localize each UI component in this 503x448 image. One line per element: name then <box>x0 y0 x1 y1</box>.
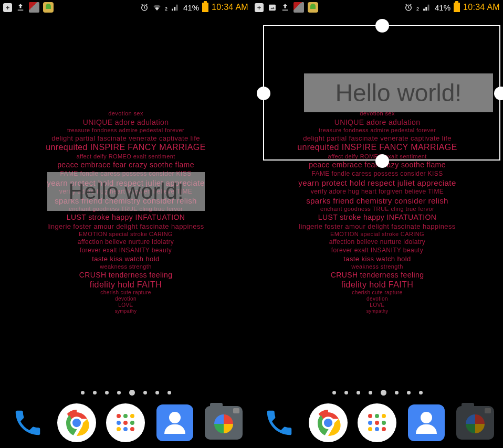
heart-word-line: enchant goodness TRUE cling true fervor <box>320 206 434 212</box>
heart-word-line: devotion sex <box>108 110 143 116</box>
heart-word-line: CRUSH tenderness feeling <box>331 271 424 279</box>
page-dot[interactable] <box>93 391 97 394</box>
heart-word-line: affection believe nurture idolatry <box>78 238 174 246</box>
resize-handle-left[interactable] <box>257 87 270 100</box>
page-dot[interactable] <box>407 391 411 394</box>
plus-icon: + <box>3 3 12 12</box>
heart-word-line: sympathy <box>115 308 137 314</box>
battery-icon <box>454 3 460 12</box>
page-dot[interactable] <box>143 391 147 394</box>
upload-icon <box>16 3 25 12</box>
heart-word-line: CRUSH tenderness feeling <box>79 271 173 279</box>
sim-label: 2 <box>416 6 419 12</box>
contacts-app-icon[interactable] <box>407 403 446 442</box>
page-dot[interactable] <box>332 391 336 394</box>
phone-screen-right: + 2 41% 10:34 AM <box>252 0 503 448</box>
battery-icon <box>202 3 208 12</box>
camera-app-icon[interactable] <box>456 403 495 442</box>
page-dot[interactable] <box>369 391 372 394</box>
heart-word-line: unrequited INSPIRE FANCY MARRIAGE <box>46 143 206 152</box>
status-left: + <box>3 2 54 13</box>
chrome-app-icon[interactable] <box>57 403 96 442</box>
heart-word-line: cherish cute rapture <box>352 290 402 295</box>
heart-word-line: lingerie foster amour delight fascinate … <box>47 222 204 230</box>
page-dot[interactable] <box>357 391 360 394</box>
heart-word-line: peace embrace fear crazy soothe flame <box>57 161 194 169</box>
heart-word-line: devotion <box>366 296 388 302</box>
app-thumb-icon <box>43 2 54 13</box>
dock <box>0 400 252 446</box>
heart-word-line: sympathy <box>366 308 389 314</box>
status-bar: + 2 41% 10:34 AM <box>0 0 252 15</box>
page-dot[interactable] <box>344 391 348 394</box>
clock-time: 10:34 AM <box>463 3 500 12</box>
heart-word-line: LOVE <box>370 302 384 308</box>
app-drawer-icon[interactable] <box>358 403 396 442</box>
page-dot[interactable] <box>155 391 159 394</box>
chrome-app-icon[interactable] <box>309 403 348 442</box>
sim-label: 2 <box>165 6 167 12</box>
contacts-app-icon[interactable] <box>155 403 194 442</box>
heart-word-line: sparks friend chemistry consider relish <box>306 196 448 205</box>
app-thumb-icon <box>294 2 304 13</box>
heart-word-line: cherish cute rapture <box>100 290 151 295</box>
phone-screen-left: + 2 41% 10:34 AM <box>0 0 252 448</box>
hello-world-widget[interactable]: Hello world! <box>47 172 205 211</box>
phone-app-icon[interactable] <box>260 403 299 442</box>
phone-app-icon[interactable] <box>8 403 47 442</box>
resize-handle-bottom[interactable] <box>375 154 389 168</box>
page-dot[interactable] <box>117 391 121 394</box>
hello-world-widget[interactable]: Hello world! <box>304 73 493 112</box>
heart-word-line: delight partial fascinate venerate capti… <box>51 134 200 142</box>
heart-word-line: FAME fondle caress possess consider KISS <box>311 170 443 177</box>
heart-word-line: UNIQUE adore adulation <box>83 118 169 126</box>
resize-handle-top[interactable] <box>375 19 389 33</box>
page-dot[interactable] <box>167 391 171 394</box>
alarm-icon <box>140 3 149 12</box>
page-dot[interactable] <box>105 391 109 394</box>
heart-word-line: weakness strength <box>351 263 403 270</box>
app-thumb-icon <box>308 2 318 13</box>
heart-word-line: forever exalt INSANITY beauty <box>331 247 423 254</box>
page-indicator[interactable] <box>252 391 503 397</box>
heart-word-line: affect deify ROMEO exalt sentiment <box>76 153 175 159</box>
page-dot[interactable] <box>129 390 135 396</box>
page-dot[interactable] <box>395 391 399 394</box>
heart-word-line: forever exalt INSANITY beauty <box>80 247 172 254</box>
page-dot[interactable] <box>419 391 423 394</box>
app-thumb-icon <box>29 2 39 13</box>
heart-word-line: EMOTION special stroke CARING <box>330 231 424 237</box>
status-right: 2 41% 10:34 AM <box>404 3 500 12</box>
heart-word-line: taste kiss watch hold <box>343 255 411 263</box>
heart-word-line: fidelity hold FAITH <box>341 280 413 290</box>
app-drawer-icon[interactable] <box>106 403 145 442</box>
heart-word-line: treasure fondness admire pedestal foreve… <box>67 127 184 133</box>
upload-icon <box>280 3 290 12</box>
heart-word-line: lingerie foster amour delight fascinate … <box>299 222 456 230</box>
page-dot[interactable] <box>81 391 85 394</box>
heart-word-line: EMOTION special stroke CARING <box>79 231 173 237</box>
heart-word-line: LOVE <box>118 302 133 308</box>
page-dot[interactable] <box>381 390 386 396</box>
battery-percent: 41% <box>435 3 450 12</box>
heart-word-line: LUST stroke happy INFATUATION <box>67 213 185 221</box>
heart-word-line: affection believe nurture idolatry <box>329 238 425 246</box>
alarm-icon <box>404 3 413 12</box>
svg-rect-4 <box>269 4 276 10</box>
heart-word-line: weakness strength <box>100 263 152 270</box>
battery-percent: 41% <box>183 3 199 12</box>
status-right: 2 41% 10:34 AM <box>140 3 248 12</box>
heart-word-line: fidelity hold FAITH <box>90 280 162 290</box>
status-bar: + 2 41% 10:34 AM <box>252 0 503 15</box>
heart-word-line: verify adore hug heart forgiven believe … <box>311 188 444 195</box>
status-left: + <box>255 2 318 13</box>
dock <box>252 400 503 446</box>
heart-word-line: yearn protect hold respect juliet apprec… <box>298 178 456 187</box>
heart-word-line: taste kiss watch hold <box>92 255 159 263</box>
signal-icon <box>422 3 432 12</box>
clock-time: 10:34 AM <box>212 3 248 12</box>
camera-app-icon[interactable] <box>204 403 243 442</box>
wifi-icon <box>152 3 162 12</box>
page-indicator[interactable] <box>0 391 252 397</box>
image-icon <box>267 3 277 12</box>
